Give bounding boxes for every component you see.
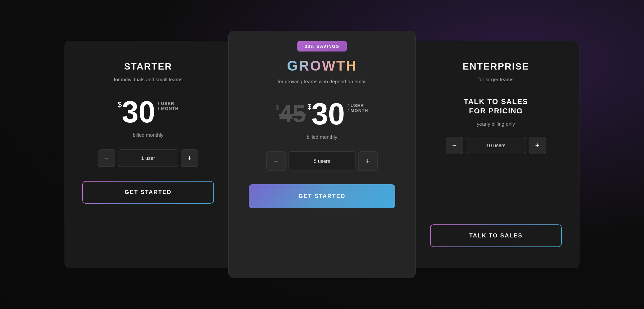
starter-price-area: $ 30 / USER / MONTH [118, 97, 179, 127]
starter-user-selector: − 1 user + [98, 149, 198, 167]
enterprise-pricing-line2: FOR PRICING [464, 106, 528, 116]
enterprise-user-count[interactable]: 10 users [466, 137, 526, 154]
starter-subtitle: for individuals and small teams [114, 76, 182, 84]
enterprise-minus-button[interactable]: − [446, 137, 463, 154]
starter-plus-button[interactable]: + [181, 149, 198, 167]
starter-per-month: / MONTH [158, 106, 179, 111]
savings-badge: 33% SAVINGS [297, 41, 347, 51]
growth-billing: billed monthly [307, 134, 337, 140]
enterprise-pricing-area: TALK TO SALES FOR PRICING yearly billing… [464, 97, 528, 127]
enterprise-user-selector: − 10 users + [446, 137, 546, 154]
enterprise-subtitle: for larger teams [478, 76, 513, 84]
starter-cta-button[interactable]: GET STARTED [82, 180, 215, 204]
growth-old-currency: $ [276, 104, 279, 111]
enterprise-plus-button[interactable]: + [529, 137, 546, 154]
growth-price-per: / USER / MONTH [347, 103, 368, 113]
pricing-section: STARTER for individuals and small teams … [38, 31, 606, 278]
enterprise-pricing-line1: TALK TO SALES [464, 97, 528, 107]
growth-old-price: 45 [279, 102, 306, 126]
starter-minus-button[interactable]: − [98, 149, 115, 167]
growth-user-count[interactable]: 5 users [289, 151, 355, 171]
starter-per-user: / USER [158, 101, 179, 106]
starter-user-count[interactable]: 1 user [118, 149, 178, 167]
starter-billing: billed monthly [133, 132, 164, 138]
enterprise-pricing-label: TALK TO SALES FOR PRICING [464, 97, 528, 116]
starter-price-per: / USER / MONTH [158, 101, 179, 111]
growth-subtitle: for growing teams who depend on email [278, 78, 366, 86]
enterprise-plan-name: ENTERPRISE [463, 61, 529, 72]
growth-plan-name: GROWTH [287, 58, 357, 74]
growth-user-selector: − 5 users + [266, 151, 378, 171]
growth-per-month: / MONTH [347, 108, 368, 113]
growth-per-user: / USER [347, 103, 368, 108]
enterprise-card: ENTERPRISE for larger teams TALK TO SALE… [412, 41, 579, 268]
growth-currency: $ [307, 102, 311, 111]
growth-cta-button[interactable]: GET STARTED [249, 184, 395, 208]
growth-old-price-area: $ 45 [276, 102, 306, 126]
growth-minus-button[interactable]: − [266, 151, 286, 171]
growth-price: 30 [311, 99, 345, 129]
enterprise-cta-button[interactable]: TALK TO SALES [429, 224, 562, 248]
starter-card: STARTER for individuals and small teams … [65, 41, 232, 268]
growth-plus-button[interactable]: + [358, 151, 378, 171]
enterprise-billing: yearly billing only [464, 121, 528, 127]
starter-currency: $ [118, 100, 122, 109]
growth-card: 33% SAVINGS GROWTH for growing teams who… [228, 31, 416, 278]
starter-plan-name: STARTER [124, 61, 172, 72]
growth-price-area: $ 45 $ 30 / USER / MONTH [276, 99, 368, 129]
starter-price: 30 [122, 97, 155, 127]
